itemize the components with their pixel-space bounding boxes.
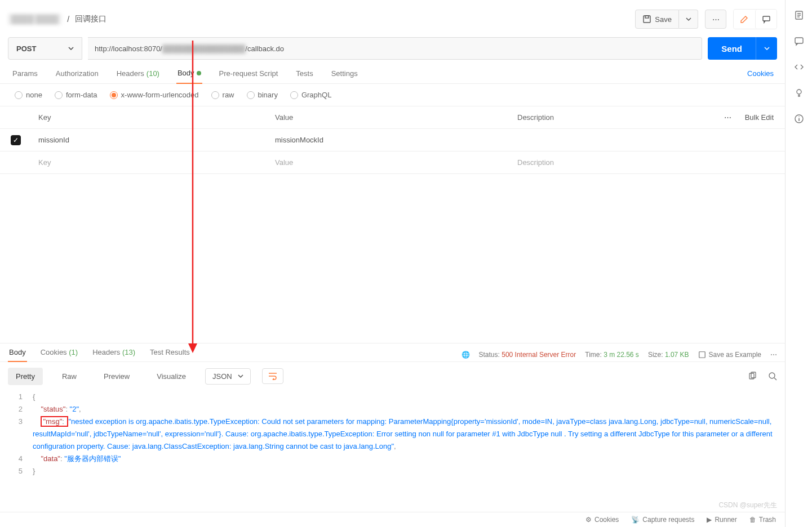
method-select[interactable]: POST (8, 37, 82, 60)
size-value: 1.07 KB (665, 351, 689, 359)
url-post: /callback.do (245, 44, 284, 53)
resp-more[interactable]: ⋯ (770, 351, 777, 359)
svg-point-11 (797, 90, 801, 94)
comments-icon[interactable] (794, 36, 804, 46)
view-visualize[interactable]: Visualize (149, 368, 194, 385)
radio-raw[interactable]: raw (211, 91, 234, 99)
tab-prerequest[interactable]: Pre-request Script (218, 69, 279, 83)
resp-tab-headers[interactable]: Headers (13) (91, 348, 136, 361)
table-row-new[interactable]: Key Value Description (0, 151, 785, 174)
view-raw[interactable]: Raw (54, 368, 85, 385)
search-button[interactable] (768, 372, 777, 381)
edit-button[interactable] (734, 10, 755, 29)
more-actions-button[interactable]: ⋯ (705, 10, 726, 29)
status-bar: ⚙ Cookies 📡 Capture requests ▶ Runner 🗑 … (0, 512, 785, 527)
chevron-down-icon (686, 16, 691, 22)
tab-settings[interactable]: Settings (330, 69, 359, 83)
search-icon (768, 372, 777, 381)
value-input[interactable]: Value (268, 153, 511, 172)
cookies-link[interactable]: Cookies (747, 69, 774, 83)
save-example-button[interactable]: Save as Example (698, 351, 761, 359)
footer-trash[interactable]: 🗑 Trash (749, 516, 776, 524)
radio-none[interactable]: none (15, 91, 42, 99)
footer-cookies[interactable]: ⚙ Cookies (585, 516, 619, 524)
save-icon (698, 351, 706, 359)
table-row[interactable]: ✓ missionId missionMockId (0, 129, 785, 151)
comment-button[interactable] (755, 10, 776, 29)
docs-icon[interactable] (794, 10, 804, 20)
time-value: 3 m 22.56 s (604, 351, 639, 359)
radio-graphql[interactable]: GraphQL (290, 91, 331, 99)
row-checkbox[interactable]: ✓ (11, 135, 21, 145)
copy-button[interactable] (748, 372, 757, 381)
url-input[interactable]: http://localhost:8070/ ████████████████ … (88, 37, 702, 60)
response-body[interactable]: 1{ 2 "status": "2", 3 "msg": "nested exc… (0, 391, 785, 512)
format-select[interactable]: JSON (205, 368, 251, 385)
request-tabs: Params Authorization Headers (10) Body P… (0, 65, 785, 84)
code-icon[interactable] (794, 62, 804, 72)
radio-xwww[interactable]: x-www-form-urlencoded (110, 91, 199, 99)
svg-rect-10 (795, 38, 803, 43)
cell-key[interactable]: missionId (32, 130, 268, 150)
response-pane: Body Cookies (1) Headers (13) Test Resul… (0, 343, 785, 512)
comment-icon (762, 15, 771, 24)
svg-rect-3 (645, 16, 649, 18)
tab-body[interactable]: Body (176, 69, 202, 84)
cell-value[interactable]: missionMockId (268, 130, 511, 150)
table-more[interactable]: ⋯ (717, 108, 738, 127)
wrap-toggle[interactable] (262, 368, 283, 384)
chevron-down-icon (68, 46, 74, 51)
footer-runner[interactable]: ▶ Runner (707, 516, 736, 524)
method-label: POST (16, 44, 36, 53)
view-pretty[interactable]: Pretty (8, 368, 43, 385)
info-icon[interactable] (794, 114, 804, 124)
svg-rect-4 (763, 16, 770, 21)
status-label: Status: (479, 351, 500, 359)
size-label: Size: (648, 351, 663, 359)
svg-rect-2 (644, 16, 650, 23)
body-indicator-dot (197, 71, 201, 75)
tab-headers[interactable]: Headers (10) (116, 69, 161, 83)
url-pre: http://localhost:8070/ (95, 44, 162, 53)
resp-tab-tests[interactable]: Test Results (149, 348, 191, 361)
send-dropdown[interactable] (756, 37, 777, 60)
col-key: Key (32, 108, 268, 127)
breadcrumb-sep: / (67, 15, 69, 24)
col-description: Description (511, 108, 717, 127)
request-row: POST http://localhost:8070/ ████████████… (0, 35, 785, 65)
status-value: 500 Internal Server Error (502, 351, 576, 359)
time-label: Time: (585, 351, 602, 359)
save-dropdown[interactable] (679, 10, 698, 29)
watermark: CSDN @super先生 (718, 501, 777, 510)
send-button[interactable]: Send (708, 37, 756, 60)
copy-icon (748, 372, 757, 381)
footer-capture[interactable]: 📡 Capture requests (631, 516, 694, 524)
svg-point-8 (769, 373, 775, 378)
view-preview[interactable]: Preview (96, 368, 137, 385)
url-redacted: ████████████████ (162, 44, 245, 53)
cell-desc[interactable] (511, 135, 785, 146)
resp-tab-body[interactable]: Body (8, 348, 27, 362)
pencil-icon (740, 15, 749, 24)
tab-params[interactable]: Params (11, 69, 39, 83)
params-table: Key Value Description ⋯ Bulk Edit ✓ miss… (0, 106, 785, 174)
desc-input[interactable]: Description (511, 153, 785, 172)
key-input[interactable]: Key (32, 153, 268, 172)
save-icon (642, 15, 651, 24)
breadcrumb-redacted: ████ ████ (8, 14, 61, 25)
bulb-icon[interactable] (794, 88, 804, 98)
wrap-icon (268, 372, 277, 380)
tab-authorization[interactable]: Authorization (55, 69, 100, 83)
tab-tests[interactable]: Tests (295, 69, 314, 83)
header-bar: ████ ████ / 回调接口 Save ⋯ (0, 0, 785, 35)
svg-rect-5 (699, 351, 705, 358)
col-value: Value (268, 108, 511, 127)
chevron-down-icon (238, 373, 243, 379)
globe-icon[interactable]: 🌐 (462, 351, 470, 359)
radio-binary[interactable]: binary (247, 91, 278, 99)
radio-form-data[interactable]: form-data (55, 91, 97, 99)
save-button[interactable]: Save (635, 10, 679, 29)
breadcrumb-current: 回调接口 (75, 14, 107, 24)
bulk-edit-link[interactable]: Bulk Edit (738, 108, 785, 127)
resp-tab-cookies[interactable]: Cookies (1) (39, 348, 79, 361)
